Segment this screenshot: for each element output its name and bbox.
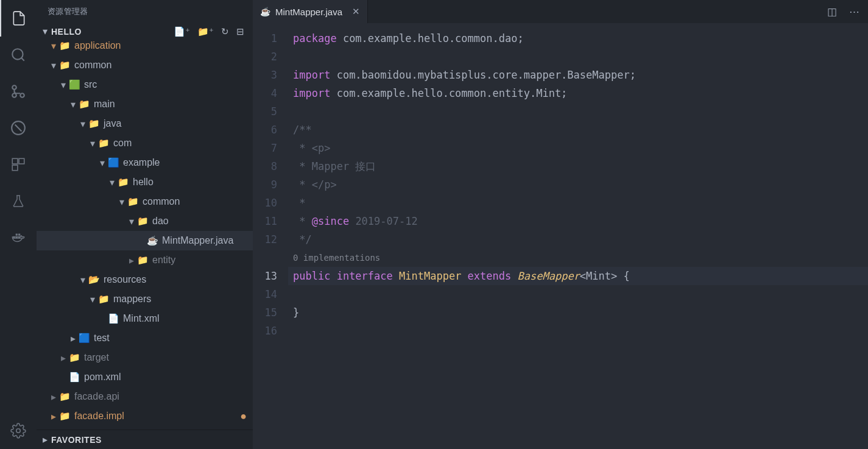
favorites-label: FAVORITES xyxy=(51,435,102,445)
sidebar-title: 资源管理器 xyxy=(37,0,253,22)
activity-bar xyxy=(0,0,37,449)
tree-item-entity[interactable]: ▸📁entity xyxy=(37,250,253,270)
new-file-icon[interactable]: 📄⁺ xyxy=(174,26,190,37)
code-body[interactable]: package com.example.hello.common.dao; im… xyxy=(288,23,868,449)
file-icon: 📁 xyxy=(88,118,100,129)
tabbar-actions: ◫ ⋯ xyxy=(819,0,868,23)
file-icon: 📁 xyxy=(136,216,149,227)
tree-item-label: Mint.xml xyxy=(123,313,160,324)
file-tree[interactable]: ▾📁application▾📁common▾🟩src▾📁main▾📁java▾📁… xyxy=(37,41,253,430)
file-icon: 🟦 xyxy=(107,157,119,168)
tree-item-src[interactable]: ▾🟩src xyxy=(37,75,253,94)
file-icon: 📁 xyxy=(58,41,71,51)
twisty-icon: ▾ xyxy=(107,177,117,188)
java-icon: ☕ xyxy=(260,7,270,16)
split-editor-icon[interactable]: ◫ xyxy=(827,5,837,18)
section-actions: 📄⁺ 📁⁺ ↻ ⊟ xyxy=(174,26,247,37)
activity-settings-icon[interactable] xyxy=(0,412,37,449)
chevron-down-icon: ▾ xyxy=(39,26,51,37)
twisty-icon: ▾ xyxy=(117,196,127,208)
file-icon: 📁 xyxy=(117,177,129,188)
tab-label: MintMapper.java xyxy=(275,7,342,17)
tree-item-label: com xyxy=(113,138,132,149)
tree-item-dao[interactable]: ▾📁dao xyxy=(37,211,253,231)
file-icon: 📁 xyxy=(97,138,110,149)
svg-rect-8 xyxy=(19,158,24,164)
tree-item-pom-xml[interactable]: 📄pom.xml xyxy=(37,367,253,387)
twisty-icon: ▾ xyxy=(88,138,97,149)
file-icon: 📁 xyxy=(136,255,149,266)
new-folder-icon[interactable]: 📁⁺ xyxy=(197,26,214,37)
tree-item-label: common xyxy=(143,196,180,207)
twisty-icon: ▾ xyxy=(78,274,88,286)
line-gutter: 1234 5678 9101112 13141516 xyxy=(253,23,288,449)
tree-item-label: main xyxy=(94,99,115,110)
svg-point-3 xyxy=(20,93,24,97)
tree-item-label: example xyxy=(123,157,160,168)
tree-item-mint-xml[interactable]: 📄Mint.xml xyxy=(37,309,253,328)
file-icon: 📁 xyxy=(78,99,90,110)
activity-docker-icon[interactable] xyxy=(0,219,37,256)
codelens[interactable]: 0 implementations xyxy=(288,249,868,267)
twisty-icon: ▸ xyxy=(49,411,58,422)
tree-item-label: pom.xml xyxy=(84,372,121,383)
file-icon: 📁 xyxy=(68,352,80,363)
twisty-icon: ▸ xyxy=(127,255,136,266)
tree-item-main[interactable]: ▾📁main xyxy=(37,94,253,114)
tree-item-java[interactable]: ▾📁java xyxy=(37,114,253,133)
code-editor[interactable]: 1234 5678 9101112 13141516 package com.e… xyxy=(253,23,868,449)
tree-item-label: common xyxy=(74,60,111,71)
more-icon[interactable]: ⋯ xyxy=(849,5,859,18)
twisty-icon: ▾ xyxy=(68,99,78,110)
section-header-favorites[interactable]: ▸ FAVORITES xyxy=(37,430,253,449)
explorer-sidebar: 资源管理器 ▾ HELLO 📄⁺ 📁⁺ ↻ ⊟ ▾📁application▾📁c… xyxy=(37,0,253,449)
activity-scm-icon[interactable] xyxy=(0,73,37,110)
collapse-icon[interactable]: ⊟ xyxy=(236,26,244,37)
tree-item-label: hello xyxy=(133,177,153,188)
tree-item-common[interactable]: ▾📁common xyxy=(37,55,253,75)
tree-item-common[interactable]: ▾📁common xyxy=(37,192,253,211)
tree-item-integration[interactable]: ▸📁integration xyxy=(37,426,253,430)
file-icon: 📄 xyxy=(107,313,119,324)
tree-item-mappers[interactable]: ▾📁mappers xyxy=(37,289,253,309)
refresh-icon[interactable]: ↻ xyxy=(221,26,229,37)
tree-item-mintmapper-java[interactable]: ☕MintMapper.java xyxy=(37,231,253,250)
svg-line-1 xyxy=(21,58,24,61)
tab-mintmapper[interactable]: ☕ MintMapper.java ✕ xyxy=(253,0,368,23)
activity-explorer-icon[interactable] xyxy=(0,0,37,37)
svg-rect-7 xyxy=(12,158,18,164)
file-icon: 📄 xyxy=(68,372,80,383)
tree-item-label: java xyxy=(104,118,121,129)
tree-item-facade-api[interactable]: ▸📁facade.api xyxy=(37,387,253,406)
tree-item-example[interactable]: ▾🟦example xyxy=(37,153,253,172)
twisty-icon: ▸ xyxy=(68,333,78,344)
svg-point-0 xyxy=(12,49,23,59)
tab-bar: ☕ MintMapper.java ✕ ◫ ⋯ xyxy=(253,0,868,23)
twisty-icon: ▾ xyxy=(58,79,68,91)
tree-item-target[interactable]: ▸📁target xyxy=(37,348,253,367)
activity-search-icon[interactable] xyxy=(0,37,37,73)
tree-item-com[interactable]: ▾📁com xyxy=(37,133,253,153)
file-icon: 📁 xyxy=(58,391,71,402)
tree-item-label: resources xyxy=(104,274,146,285)
activity-extensions-icon[interactable] xyxy=(0,146,37,183)
tree-item-test[interactable]: ▸🟦test xyxy=(37,328,253,348)
activity-flask-icon[interactable] xyxy=(0,183,37,219)
file-icon: ☕ xyxy=(146,235,158,246)
tree-item-application[interactable]: ▾📁application xyxy=(37,41,253,55)
close-icon[interactable]: ✕ xyxy=(347,6,360,17)
file-icon: 📁 xyxy=(97,294,110,305)
file-icon: 📁 xyxy=(58,60,71,71)
svg-rect-9 xyxy=(12,165,18,171)
activity-debug-icon[interactable] xyxy=(0,110,37,146)
editor-group: ☕ MintMapper.java ✕ ◫ ⋯ 1234 5678 910111… xyxy=(253,0,868,449)
twisty-icon: ▾ xyxy=(49,41,58,52)
tree-item-facade-impl[interactable]: ▸📁facade.impl● xyxy=(37,406,253,426)
tree-item-hello[interactable]: ▾📁hello xyxy=(37,172,253,192)
section-header-hello[interactable]: ▾ HELLO 📄⁺ 📁⁺ ↻ ⊟ xyxy=(37,22,253,41)
tree-item-label: target xyxy=(84,352,109,363)
svg-point-2 xyxy=(12,85,16,90)
twisty-icon: ▸ xyxy=(58,352,68,364)
twisty-icon: ▾ xyxy=(49,60,58,71)
tree-item-resources[interactable]: ▾📂resources xyxy=(37,270,253,289)
